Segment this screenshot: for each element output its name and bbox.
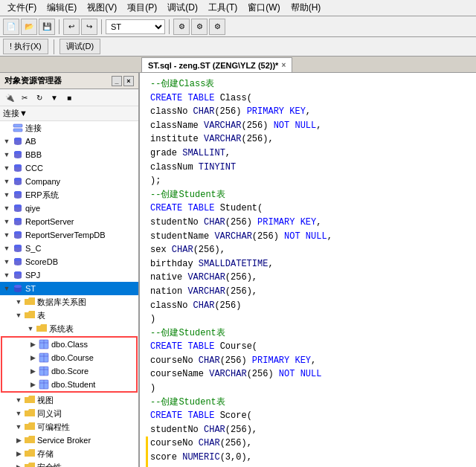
- tree-expand-icon[interactable]: ▶: [28, 379, 38, 390]
- oe-close-btn[interactable]: ×: [123, 76, 134, 86]
- tab-close-btn[interactable]: ×: [281, 61, 286, 69]
- sql-line: --创建Class表: [146, 77, 470, 91]
- table-icon: [38, 379, 50, 390]
- sql-editor[interactable]: --创建Class表CREATE TABLE Class( classNo CH…: [140, 73, 476, 467]
- sql-line: classNo CHAR(256) PRIMARY KEY,: [146, 105, 470, 119]
- tree-expand-icon[interactable]: ▼: [25, 323, 36, 334]
- tree-item[interactable]: ▶dbo.Score: [2, 364, 136, 378]
- menu-file[interactable]: 文件(F): [3, 0, 41, 16]
- menu-view[interactable]: 视图(V): [83, 0, 121, 16]
- tree-item[interactable]: ▼数据库关系图: [0, 295, 138, 309]
- new-query-btn[interactable]: 📄: [3, 19, 19, 35]
- tree-expand-icon[interactable]: ▼: [13, 395, 24, 405]
- tree-item[interactable]: ▼同义词: [0, 407, 138, 420]
- connect-label[interactable]: 连接▼: [3, 108, 28, 119]
- oe-stop-btn[interactable]: ■: [62, 91, 76, 104]
- tree-expand-icon[interactable]: [1, 123, 12, 133]
- tree-expand-icon[interactable]: ▶: [28, 339, 38, 350]
- tree-expand-icon[interactable]: ▼: [13, 408, 24, 419]
- tree-item[interactable]: ▶dbo.Student: [2, 378, 136, 391]
- oe-minimize-btn[interactable]: _: [112, 76, 122, 86]
- menu-help[interactable]: 帮助(H): [286, 0, 326, 16]
- redo-btn[interactable]: ↪: [81, 19, 97, 35]
- tree-expand-icon[interactable]: ▼: [1, 257, 12, 267]
- debug-button[interactable]: 调试(D): [60, 39, 100, 54]
- tree-expand-icon[interactable]: ▼: [1, 149, 12, 160]
- tree-item[interactable]: ▼ReportServer: [0, 215, 138, 228]
- database-icon: [12, 135, 24, 147]
- tree-item[interactable]: 连接: [0, 121, 138, 135]
- menu-window[interactable]: 窗口(W): [243, 0, 284, 16]
- tree-item[interactable]: ▼视图: [0, 393, 138, 407]
- tree-expand-icon[interactable]: ▶: [13, 435, 24, 445]
- tree-item[interactable]: ▼ST: [0, 282, 138, 295]
- tree-item[interactable]: ▶安全性: [0, 460, 138, 467]
- tree-expand-icon[interactable]: ▶: [28, 366, 38, 376]
- tree-expand-icon[interactable]: ▼: [13, 422, 24, 432]
- tree-item-label: BBB: [25, 150, 42, 159]
- sql-line: PRIMARY KEY(studentNo,courseNo),: [146, 465, 470, 467]
- database-selector[interactable]: ST: [106, 19, 165, 34]
- tb-btn3[interactable]: ⚙: [209, 19, 225, 35]
- tb-btn1[interactable]: ⚙: [173, 19, 190, 35]
- tree-item-label: ERP系统: [25, 190, 59, 201]
- sql-line: courseName VARCHAR(256) NOT NULL: [146, 367, 470, 381]
- tree-expand-icon[interactable]: ▼: [13, 310, 24, 321]
- tree-item-label: qiye: [25, 204, 40, 213]
- tree-expand-icon[interactable]: ▼: [1, 230, 12, 240]
- tree-item[interactable]: ▼S_C: [0, 242, 138, 255]
- tree-item-label: 可编程性: [37, 422, 70, 433]
- tree-expand-icon[interactable]: ▼: [1, 270, 12, 280]
- tree-item[interactable]: ▶dbo.Class: [2, 338, 136, 351]
- tree-item[interactable]: ▼qiye: [0, 202, 138, 215]
- oe-connect-btn[interactable]: 🔌: [3, 91, 16, 104]
- folder-icon: [24, 421, 36, 433]
- open-btn[interactable]: 📂: [21, 19, 37, 35]
- execute-button[interactable]: ! 执行(X): [3, 39, 48, 54]
- tree-item[interactable]: ▶Service Broker: [0, 434, 138, 447]
- tree-expand-icon[interactable]: ▼: [1, 163, 12, 173]
- tree-item[interactable]: ▼系统表: [0, 322, 138, 335]
- tree-item[interactable]: ▼ReportServerTempDB: [0, 228, 138, 242]
- tree-item[interactable]: ▼表: [0, 309, 138, 322]
- menu-tools[interactable]: 工具(T): [204, 0, 242, 16]
- menu-edit[interactable]: 编辑(E): [42, 0, 81, 16]
- tree-expand-icon[interactable]: ▼: [1, 136, 12, 146]
- tree-item[interactable]: ▼ScoreDB: [0, 255, 138, 268]
- tree-item[interactable]: ▶存储: [0, 447, 138, 460]
- tree-expand-icon[interactable]: ▼: [1, 216, 12, 227]
- tree-item[interactable]: ▼SPJ: [0, 268, 138, 282]
- tree-item[interactable]: ▼AB: [0, 135, 138, 148]
- menu-debug[interactable]: 调试(D): [163, 0, 202, 16]
- tree-item[interactable]: ▼BBB: [0, 148, 138, 161]
- svg-point-9: [14, 178, 22, 181]
- tree-expand-icon[interactable]: ▼: [1, 190, 12, 200]
- tree-expand-icon[interactable]: ▶: [28, 352, 38, 363]
- sql-line: --创建Student表: [146, 396, 470, 410]
- tree-item[interactable]: ▼ERP系统: [0, 188, 138, 202]
- highlighted-tables-section: ▶dbo.Class▶dbo.Course▶dbo.Score▶dbo.Stud…: [1, 336, 138, 393]
- tree-expand-icon[interactable]: ▶: [13, 448, 24, 459]
- tree-item[interactable]: ▼Company: [0, 175, 138, 188]
- tree-expand-icon[interactable]: ▼: [1, 203, 12, 213]
- tree-item[interactable]: ▼可编程性: [0, 420, 138, 434]
- undo-btn[interactable]: ↩: [63, 19, 80, 35]
- tb-btn2[interactable]: ⚙: [191, 19, 208, 35]
- tree-item-label: dbo.Score: [51, 367, 89, 376]
- menu-project[interactable]: 项目(P): [123, 0, 161, 16]
- oe-disconnect-btn[interactable]: ✂: [18, 91, 31, 104]
- tree-expand-icon[interactable]: ▼: [1, 243, 12, 254]
- tree-expand-icon[interactable]: ▶: [13, 462, 24, 467]
- oe-filter-btn[interactable]: ▼: [48, 91, 61, 104]
- sep3: [169, 19, 170, 34]
- oe-refresh-btn[interactable]: ↻: [33, 91, 46, 104]
- tree-expand-icon[interactable]: ▼: [13, 297, 24, 307]
- tree-expand-icon[interactable]: ▼: [1, 176, 12, 187]
- folder-icon: [36, 323, 48, 335]
- sql-line: --创建Student表: [146, 188, 470, 202]
- save-btn[interactable]: 💾: [39, 19, 55, 35]
- tree-item[interactable]: ▶dbo.Course: [2, 351, 136, 364]
- tree-expand-icon[interactable]: ▼: [1, 283, 12, 294]
- tree-item[interactable]: ▼CCC: [0, 161, 138, 175]
- sql-tab[interactable]: ST.sql - zeng.ST (ZENG\YLZ (52))* ×: [141, 57, 292, 72]
